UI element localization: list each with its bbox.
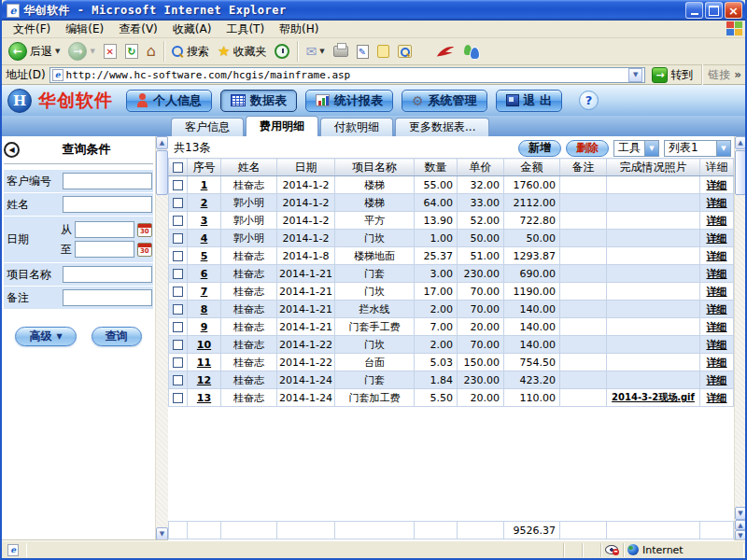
row-checkbox[interactable] bbox=[173, 180, 183, 190]
edit-button[interactable]: ✎ bbox=[354, 43, 372, 61]
go-button[interactable]: → 转到 bbox=[649, 67, 696, 83]
nav-system-admin[interactable]: ⚙ 系统管理 bbox=[402, 90, 487, 112]
thunder-button[interactable] bbox=[433, 43, 458, 61]
detail-link[interactable]: 详细 bbox=[707, 197, 727, 209]
nav-stat-reports[interactable]: 统计报表 bbox=[305, 90, 393, 112]
date-to-input[interactable] bbox=[75, 241, 134, 258]
history-button[interactable] bbox=[272, 42, 292, 61]
row-number-link[interactable]: 4 bbox=[201, 232, 208, 245]
detail-link[interactable]: 详细 bbox=[707, 374, 727, 386]
notes-button[interactable] bbox=[374, 43, 392, 60]
scroll-up-icon[interactable] bbox=[735, 136, 745, 149]
refresh-button[interactable]: ↻ bbox=[122, 42, 141, 61]
nav-data-tables[interactable]: 数据表 bbox=[220, 90, 297, 112]
scroll-down-icon[interactable] bbox=[735, 507, 745, 520]
row-checkbox[interactable] bbox=[173, 198, 183, 208]
row-checkbox[interactable] bbox=[173, 340, 183, 350]
row-number-link[interactable]: 3 bbox=[201, 215, 208, 227]
back-button[interactable]: ← 后退 ▼ bbox=[6, 40, 63, 63]
row-checkbox[interactable] bbox=[173, 393, 183, 403]
nav-exit[interactable]: 退 出 bbox=[496, 90, 563, 112]
add-button[interactable]: 新增 bbox=[518, 140, 561, 157]
scroll-up-icon[interactable] bbox=[156, 136, 168, 149]
row-number-link[interactable]: 9 bbox=[201, 321, 208, 333]
note-input[interactable] bbox=[63, 289, 152, 306]
calendar-icon[interactable] bbox=[137, 223, 152, 237]
detail-link[interactable]: 详细 bbox=[707, 303, 727, 315]
mail-button[interactable]: ✉▼ bbox=[303, 43, 327, 60]
detail-link[interactable]: 详细 bbox=[707, 250, 727, 262]
search-button[interactable]: 搜索 bbox=[169, 42, 212, 62]
select-all-checkbox[interactable] bbox=[173, 162, 183, 173]
row-checkbox[interactable] bbox=[173, 269, 183, 279]
research-button[interactable] bbox=[395, 43, 415, 60]
menu-item[interactable]: 文件(F) bbox=[6, 21, 58, 38]
tab-expense-detail[interactable]: 费用明细 bbox=[246, 116, 318, 136]
help-button[interactable]: ? bbox=[579, 91, 599, 110]
home-button[interactable]: ⌂ bbox=[144, 42, 159, 61]
minimize-button[interactable] bbox=[685, 2, 703, 19]
row-checkbox[interactable] bbox=[173, 304, 183, 315]
privacy-eye-icon[interactable] bbox=[605, 545, 619, 555]
scroll-thumb[interactable] bbox=[156, 150, 168, 195]
print-button[interactable] bbox=[331, 44, 351, 59]
detail-link[interactable]: 详细 bbox=[707, 215, 727, 227]
row-number-link[interactable]: 10 bbox=[197, 339, 211, 351]
customer-no-input[interactable] bbox=[63, 173, 152, 189]
row-checkbox[interactable] bbox=[173, 375, 183, 385]
menu-item[interactable]: 收藏(A) bbox=[165, 21, 219, 38]
menu-item[interactable]: 工具(T) bbox=[218, 21, 272, 38]
row-checkbox[interactable] bbox=[173, 322, 183, 332]
row-number-link[interactable]: 6 bbox=[201, 268, 208, 280]
project-input[interactable] bbox=[63, 266, 152, 283]
detail-link[interactable]: 详细 bbox=[707, 268, 727, 280]
table-scrollbar[interactable] bbox=[734, 136, 745, 540]
address-dropdown-icon[interactable] bbox=[628, 68, 642, 82]
sidebar-scrollbar[interactable] bbox=[155, 136, 168, 540]
detail-link[interactable]: 详细 bbox=[707, 286, 727, 298]
delete-button[interactable]: 删除 bbox=[566, 140, 609, 157]
advanced-button[interactable]: 高级▼ bbox=[15, 327, 76, 346]
row-number-link[interactable]: 11 bbox=[197, 357, 211, 369]
address-input[interactable]: e http://www.hc-software.com/hcgis/mainf… bbox=[49, 67, 646, 83]
name-input[interactable] bbox=[63, 196, 152, 213]
date-from-input[interactable] bbox=[75, 221, 134, 238]
row-number-link[interactable]: 2 bbox=[201, 197, 208, 209]
messenger-button[interactable] bbox=[460, 43, 483, 60]
favorites-button[interactable]: ★ 收藏夹 bbox=[215, 42, 269, 62]
row-number-link[interactable]: 7 bbox=[201, 286, 208, 298]
detail-link[interactable]: 详细 bbox=[707, 357, 727, 369]
detail-link[interactable]: 详细 bbox=[707, 339, 727, 351]
tool-select[interactable]: 工具 bbox=[613, 140, 659, 157]
row-checkbox[interactable] bbox=[173, 287, 183, 297]
menu-item[interactable]: 查看(V) bbox=[111, 21, 165, 38]
row-number-link[interactable]: 12 bbox=[197, 374, 211, 386]
row-checkbox[interactable] bbox=[173, 216, 183, 226]
row-number-link[interactable]: 8 bbox=[201, 303, 208, 315]
links-chevron-icon[interactable]: » bbox=[734, 68, 741, 81]
nav-personal-info[interactable]: 个人信息 bbox=[126, 90, 212, 112]
list-select[interactable]: 列表1 bbox=[664, 140, 731, 157]
detail-link[interactable]: 详细 bbox=[707, 179, 727, 191]
menu-item[interactable]: 帮助(H) bbox=[272, 21, 326, 38]
row-number-link[interactable]: 5 bbox=[201, 250, 208, 262]
row-checkbox[interactable] bbox=[173, 251, 183, 261]
tab-more-tables[interactable]: 更多数据表... bbox=[395, 118, 489, 136]
detail-link[interactable]: 详细 bbox=[707, 321, 727, 333]
photo-link[interactable]: 2014-3-2现场.gif bbox=[612, 392, 695, 402]
detail-link[interactable]: 详细 bbox=[707, 392, 727, 404]
sidebar-collapse-button[interactable] bbox=[4, 142, 20, 158]
menu-item[interactable]: 编辑(E) bbox=[58, 21, 111, 38]
row-number-link[interactable]: 1 bbox=[201, 179, 208, 191]
scroll-thumb[interactable] bbox=[735, 150, 745, 195]
stop-button[interactable]: ✕ bbox=[101, 42, 120, 61]
calendar-icon[interactable] bbox=[137, 243, 152, 257]
scroll-down-icon[interactable] bbox=[156, 527, 168, 540]
row-checkbox[interactable] bbox=[173, 233, 183, 244]
detail-link[interactable]: 详细 bbox=[707, 232, 727, 245]
row-number-link[interactable]: 13 bbox=[197, 392, 211, 404]
tab-payment-detail[interactable]: 付款明细 bbox=[320, 118, 393, 136]
maximize-button[interactable] bbox=[705, 2, 723, 19]
tab-customer-info[interactable]: 客户信息 bbox=[171, 118, 244, 136]
row-checkbox[interactable] bbox=[173, 357, 183, 368]
